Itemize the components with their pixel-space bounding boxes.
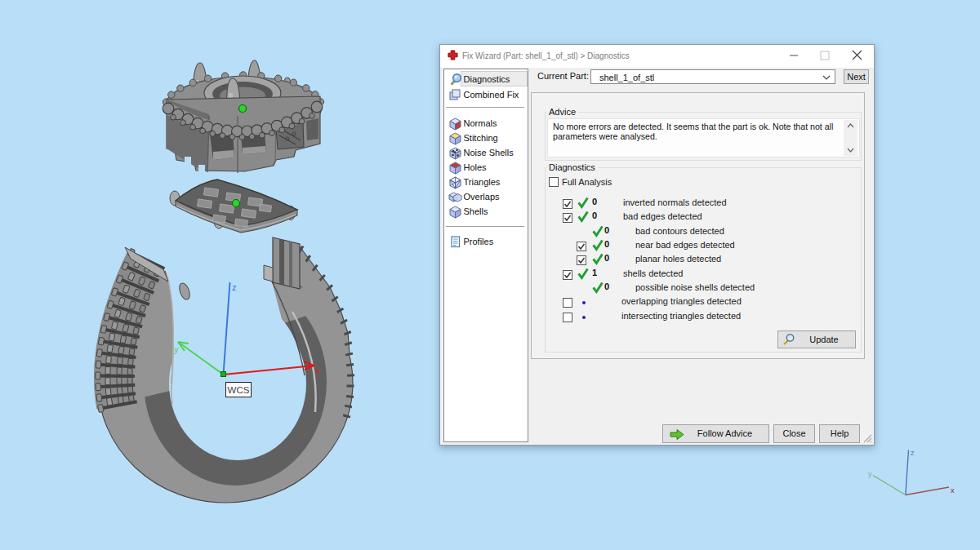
svg-text:z: z — [911, 449, 915, 457]
svg-text:y: y — [174, 344, 179, 354]
svg-text:z: z — [232, 282, 237, 292]
svg-text:x: x — [951, 486, 955, 495]
svg-text:WCS: WCS — [228, 385, 250, 395]
svg-text:y: y — [868, 470, 872, 478]
svg-text:x: x — [315, 366, 320, 375]
